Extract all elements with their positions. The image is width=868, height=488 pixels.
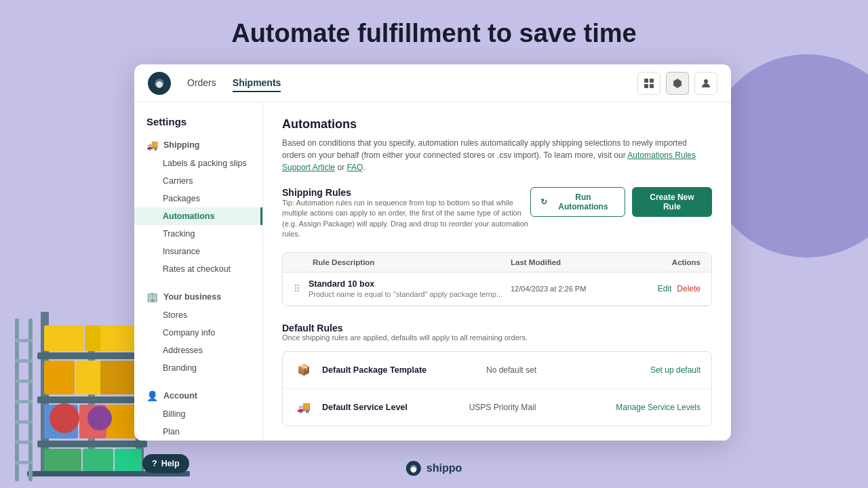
sidebar-item-company[interactable]: Company info bbox=[134, 324, 262, 342]
top-nav: Orders Shipments bbox=[134, 64, 731, 102]
svg-point-16 bbox=[87, 406, 112, 430]
shipping-rules-tip: Tip: Automation rules run in sequence fr… bbox=[282, 198, 530, 240]
svg-rect-34 bbox=[650, 84, 654, 88]
svg-rect-9 bbox=[44, 361, 75, 394]
create-rule-label: Create New Rule bbox=[642, 192, 703, 211]
svg-rect-25 bbox=[15, 380, 33, 383]
svg-rect-8 bbox=[100, 325, 138, 351]
rule-subtitle: Product name is equal to "standard" appl… bbox=[309, 290, 511, 298]
default-service-value: USPS Priority Mail bbox=[469, 403, 616, 412]
shipping-rules-section: Shipping Rules Tip: Automation rules run… bbox=[282, 187, 712, 306]
nav-shipments[interactable]: Shipments bbox=[233, 75, 281, 92]
sidebar-item-addresses[interactable]: Addresses bbox=[134, 342, 262, 359]
page-title: Automations bbox=[282, 117, 712, 131]
description-text: Based on conditions that you specify, au… bbox=[282, 138, 687, 160]
shipping-rules-title: Shipping Rules bbox=[282, 187, 530, 198]
help-label: Help bbox=[161, 459, 180, 468]
sidebar-item-labels[interactable]: Labels & packing slips bbox=[134, 155, 262, 172]
drag-handle-icon[interactable]: ⠿ bbox=[294, 283, 300, 294]
sidebar-item-rates[interactable]: Rates at checkout bbox=[134, 260, 262, 278]
default-rules-title: Default Rules bbox=[282, 323, 712, 333]
sidebar-item-insurance[interactable]: Insurance bbox=[134, 243, 262, 260]
default-package-value: No default set bbox=[486, 365, 650, 375]
row-description: Standard 10 box Product name is equal to… bbox=[309, 279, 511, 298]
shippo-footer: shippo bbox=[406, 461, 462, 476]
service-icon: 🚚 bbox=[294, 397, 314, 418]
create-new-rule-button[interactable]: Create New Rule bbox=[632, 187, 712, 217]
sidebar-section-header-account: 👤 Account bbox=[134, 386, 262, 405]
nav-actions bbox=[637, 72, 717, 95]
default-row-package: 📦 Default Package Template No default se… bbox=[283, 352, 711, 389]
svg-rect-4 bbox=[37, 396, 147, 403]
nav-orders[interactable]: Orders bbox=[187, 75, 216, 92]
svg-rect-17 bbox=[44, 449, 81, 472]
package-icon: 📦 bbox=[294, 360, 314, 380]
svg-rect-33 bbox=[644, 84, 648, 88]
sidebar-heading: Settings bbox=[134, 116, 262, 136]
table-header: Rule Description Last Modified Actions bbox=[283, 253, 711, 272]
sidebar-section-account: 👤 Account Billing Plan Profile Users bbox=[134, 386, 262, 441]
help-button[interactable]: ? Help bbox=[142, 454, 189, 473]
sidebar-item-packages[interactable]: Packages bbox=[134, 190, 262, 207]
account-section-label: Account bbox=[163, 391, 197, 401]
account-section-icon: 👤 bbox=[146, 390, 158, 401]
settings-button[interactable] bbox=[666, 72, 689, 95]
faq-link[interactable]: FAQ bbox=[347, 163, 363, 172]
svg-point-15 bbox=[50, 403, 79, 433]
sidebar-item-tracking[interactable]: Tracking bbox=[134, 225, 262, 243]
shippo-brand-name: shippo bbox=[427, 462, 462, 474]
svg-rect-28 bbox=[15, 441, 33, 444]
default-rules-section: Default Rules Once shipping rules are ap… bbox=[282, 323, 712, 426]
rule-actions: Edit Delete bbox=[633, 284, 701, 293]
th-actions: Actions bbox=[633, 258, 701, 266]
svg-rect-19 bbox=[115, 449, 142, 472]
svg-rect-18 bbox=[83, 449, 113, 472]
hero-title: Automate fulfillment to save time bbox=[0, 19, 868, 48]
sidebar-item-stores[interactable]: Stores bbox=[134, 306, 262, 324]
sidebar-section-business: 🏢 Your business Stores Company info Addr… bbox=[134, 287, 262, 377]
svg-rect-26 bbox=[15, 400, 33, 403]
refresh-icon: ↻ bbox=[540, 197, 547, 207]
set-up-default-link[interactable]: Set up default bbox=[650, 365, 701, 375]
shipping-rules-header-row: Shipping Rules Tip: Automation rules run… bbox=[282, 187, 712, 249]
svg-rect-3 bbox=[37, 352, 147, 359]
sidebar: Settings 🚚 Shipping Labels & packing sli… bbox=[134, 102, 263, 441]
svg-rect-32 bbox=[650, 79, 654, 83]
business-icon: 🏢 bbox=[146, 291, 158, 302]
run-automations-label: Run Automations bbox=[551, 192, 615, 211]
main-layout: Settings 🚚 Shipping Labels & packing sli… bbox=[134, 102, 731, 441]
default-package-label: Default Package Template bbox=[322, 365, 486, 375]
sidebar-item-plan[interactable]: Plan bbox=[134, 423, 262, 441]
svg-rect-23 bbox=[15, 339, 33, 342]
th-last-modified: Last Modified bbox=[511, 258, 633, 266]
sidebar-item-billing[interactable]: Billing bbox=[134, 405, 262, 423]
account-button[interactable] bbox=[694, 72, 717, 95]
page-description: Based on conditions that you specify, au… bbox=[282, 137, 712, 174]
sidebar-item-branding[interactable]: Branding bbox=[134, 359, 262, 377]
rule-last-modified: 12/04/2023 at 2:26 PM bbox=[511, 285, 633, 293]
content-area: Automations Based on conditions that you… bbox=[263, 102, 731, 441]
grid-view-button[interactable] bbox=[637, 72, 660, 95]
sidebar-item-carriers[interactable]: Carriers bbox=[134, 172, 262, 190]
app-window: Orders Shipments bbox=[134, 64, 731, 441]
run-automations-button[interactable]: ↻ Run Automations bbox=[530, 187, 625, 217]
help-icon: ? bbox=[152, 459, 157, 468]
svg-rect-24 bbox=[15, 359, 33, 363]
svg-point-35 bbox=[704, 79, 708, 83]
sidebar-item-automations[interactable]: Automations bbox=[134, 207, 262, 225]
manage-service-levels-link[interactable]: Manage Service Levels bbox=[616, 403, 701, 412]
default-row-service: 🚚 Default Service Level USPS Priority Ma… bbox=[283, 389, 711, 426]
table-row: ⠿ Standard 10 box Product name is equal … bbox=[283, 272, 711, 306]
svg-rect-5 bbox=[37, 441, 147, 447]
delete-rule-link[interactable]: Delete bbox=[677, 284, 701, 293]
svg-rect-31 bbox=[644, 79, 648, 83]
app-logo bbox=[148, 72, 171, 95]
svg-rect-6 bbox=[44, 325, 83, 351]
sidebar-section-header-shipping: 🚚 Shipping bbox=[134, 136, 262, 155]
shipping-icon: 🚚 bbox=[146, 140, 158, 150]
edit-rule-link[interactable]: Edit bbox=[658, 284, 672, 293]
shipping-rules-left: Shipping Rules Tip: Automation rules run… bbox=[282, 187, 530, 249]
default-rules-description: Once shipping rules are applied, default… bbox=[282, 333, 712, 342]
default-service-label: Default Service Level bbox=[322, 403, 469, 412]
svg-rect-27 bbox=[15, 420, 33, 424]
